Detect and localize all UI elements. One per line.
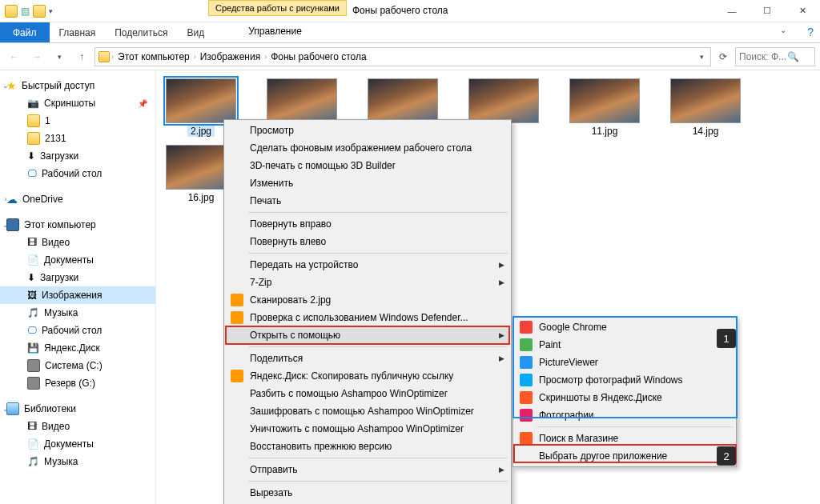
- menu-item[interactable]: ▶Поделиться: [226, 350, 509, 367]
- nav-item-downloads-pc[interactable]: ⬇Загрузки: [0, 269, 155, 286]
- crumb-images[interactable]: Изображения: [198, 51, 263, 62]
- submenu-item[interactable]: Фотографии: [515, 406, 734, 424]
- tab-share[interactable]: Поделиться: [105, 22, 177, 42]
- nav-forward-button[interactable]: →: [27, 47, 46, 66]
- nav-item-documents[interactable]: 📄Документы: [0, 251, 155, 269]
- crumb-current[interactable]: Фоны рабочего стола: [268, 51, 369, 62]
- file-label: 2.jpg: [187, 126, 215, 137]
- submenu-item[interactable]: PictureViewer: [515, 354, 734, 371]
- submenu-item[interactable]: Выбрать другое приложение: [515, 447, 734, 465]
- nav-item-music[interactable]: 🎵Музыка: [0, 304, 155, 322]
- nav-item-screenshots[interactable]: 📷Скриншоты📌: [0, 94, 155, 112]
- menu-item[interactable]: Разбить с помощью Ashampoo WinOptimizer: [226, 385, 509, 402]
- nav-item-2131[interactable]: 2131: [0, 130, 155, 147]
- file-tab[interactable]: Файл: [0, 22, 50, 42]
- menu-item[interactable]: Проверка с использованием Windows Defend…: [226, 309, 509, 326]
- menu-item[interactable]: Сканировать 2.jpg: [226, 291, 509, 309]
- menu-item[interactable]: 3D-печать с помощью 3D Builder: [226, 157, 509, 174]
- search-input[interactable]: [739, 51, 787, 62]
- chevron-right-icon[interactable]: ›: [111, 53, 114, 61]
- menu-label: Поиск в Магазине: [539, 433, 618, 444]
- qat-properties-icon[interactable]: ▤: [21, 6, 30, 17]
- submenu-item[interactable]: Paint: [515, 336, 734, 354]
- nav-this-pc[interactable]: ⌄Этот компьютер: [0, 216, 155, 234]
- address-dropdown-icon[interactable]: ▾: [693, 47, 710, 66]
- nav-recent-dropdown[interactable]: ▾: [50, 47, 69, 66]
- menu-item[interactable]: ▶Отправить: [226, 461, 509, 478]
- chevron-right-icon[interactable]: ›: [264, 53, 267, 61]
- file-thumb[interactable]: 14.jpg: [667, 78, 744, 137]
- desktop-icon: 🖵: [27, 325, 37, 336]
- refresh-button[interactable]: ⟳: [714, 47, 732, 66]
- thumbnail-image: [670, 78, 741, 123]
- close-button[interactable]: ✕: [785, 0, 820, 22]
- menu-item[interactable]: Просмотр: [226, 122, 509, 139]
- menu-item[interactable]: Печать: [226, 192, 509, 210]
- nav-item-drive-c[interactable]: Система (C:): [0, 357, 155, 374]
- caret-down-icon[interactable]: ⌄: [2, 221, 10, 229]
- submenu-item[interactable]: Поиск в Магазине: [515, 430, 734, 447]
- crumb-pc[interactable]: Этот компьютер: [115, 51, 192, 62]
- nav-item-desktop[interactable]: 🖵Рабочий стол: [0, 165, 155, 182]
- nav-up-button[interactable]: ↑: [72, 47, 91, 66]
- tab-home[interactable]: Главная: [50, 22, 106, 42]
- music-icon: 🎵: [27, 456, 39, 467]
- breadcrumb[interactable]: › Этот компьютер › Изображения › Фоны ра…: [94, 47, 711, 66]
- nav-quick-access[interactable]: ⌄ ★ Быстрый доступ: [0, 77, 155, 94]
- menu-item[interactable]: Сделать фоновым изображением рабочего ст…: [226, 139, 509, 157]
- nav-item-downloads[interactable]: ⬇Загрузки: [0, 147, 155, 165]
- file-thumb[interactable]: 11.jpg: [566, 78, 643, 137]
- nav-item-1[interactable]: 1: [0, 112, 155, 130]
- caret-down-icon[interactable]: ⌄: [2, 82, 10, 90]
- nav-lib-documents[interactable]: 📄Документы: [0, 435, 155, 453]
- nav-item-images[interactable]: 🖼Изображения: [0, 286, 155, 304]
- nav-item-video[interactable]: 🎞Видео: [0, 234, 155, 251]
- nav-onedrive[interactable]: ›☁OneDrive: [0, 190, 155, 208]
- folder-icon: [27, 114, 40, 127]
- help-icon[interactable]: ?: [807, 26, 814, 38]
- maximize-button[interactable]: ☐: [750, 0, 785, 22]
- nav-lib-video[interactable]: 🎞Видео: [0, 418, 155, 435]
- folder-icon: [27, 132, 40, 145]
- menu-item[interactable]: Изменить: [226, 174, 509, 192]
- nav-item-yandexdisk[interactable]: 💾Яндекс.Диск: [0, 339, 155, 357]
- chevron-right-icon[interactable]: ›: [194, 53, 196, 61]
- menu-item[interactable]: Повернуть вправо: [226, 215, 509, 233]
- minimize-button[interactable]: —: [714, 0, 750, 22]
- context-menu: ПросмотрСделать фоновым изображением раб…: [223, 119, 512, 504]
- nav-item-desktop-pc[interactable]: 🖵Рабочий стол: [0, 322, 155, 339]
- menu-item[interactable]: Уничтожить с помощью Ashampoo WinOptimiz…: [226, 420, 509, 438]
- nav-libraries[interactable]: ⌄Библиотеки: [0, 400, 155, 418]
- menu-item[interactable]: Зашифровать с помощью Ashampoo WinOptimi…: [226, 402, 509, 420]
- download-icon: ⬇: [27, 272, 35, 283]
- nav-back-button[interactable]: ←: [5, 47, 24, 66]
- camera-icon: 📷: [27, 98, 39, 109]
- caret-down-icon[interactable]: ⌄: [2, 405, 10, 413]
- menu-item[interactable]: ▶Открыть с помощью: [226, 326, 509, 344]
- submenu-item[interactable]: Просмотр фотографий Windows: [515, 371, 734, 389]
- menu-item[interactable]: ▶Передать на устройство: [226, 256, 509, 274]
- nav-lib-music[interactable]: 🎵Музыка: [0, 453, 155, 470]
- menu-label: Проверка с использованием Windows Defend…: [250, 312, 468, 323]
- file-label: 11.jpg: [592, 126, 618, 137]
- ribbon: Файл Главная Поделиться Вид Управление ⌄…: [0, 22, 820, 43]
- menu-item[interactable]: Яндекс.Диск: Скопировать публичную ссылк…: [226, 367, 509, 385]
- qat-newfolder-icon[interactable]: [33, 5, 46, 18]
- qat-dropdown-icon[interactable]: ▾: [49, 7, 53, 15]
- app-icon: [520, 321, 533, 334]
- caret-right-icon[interactable]: ›: [2, 195, 10, 203]
- submenu-item[interactable]: Google Chrome: [515, 318, 734, 336]
- expand-ribbon-icon[interactable]: ⌄: [770, 26, 796, 34]
- menu-item[interactable]: Повернуть влево: [226, 233, 509, 250]
- menu-item[interactable]: Вырезать: [226, 484, 509, 502]
- tab-manage[interactable]: Управление: [208, 22, 342, 37]
- submenu-item[interactable]: Скриншоты в Яндекс.Диске: [515, 389, 734, 406]
- menu-label: Передать на устройство: [250, 259, 358, 270]
- menu-item[interactable]: Восстановить прежнюю версию: [226, 438, 509, 455]
- search-box[interactable]: 🔍: [735, 47, 815, 66]
- file-label: 14.jpg: [693, 126, 719, 137]
- menu-label: Изменить: [250, 178, 293, 189]
- thumbnail-image: [569, 78, 640, 123]
- menu-item[interactable]: ▶7-Zip: [226, 274, 509, 291]
- nav-item-drive-g[interactable]: Резерв (G:): [0, 374, 155, 392]
